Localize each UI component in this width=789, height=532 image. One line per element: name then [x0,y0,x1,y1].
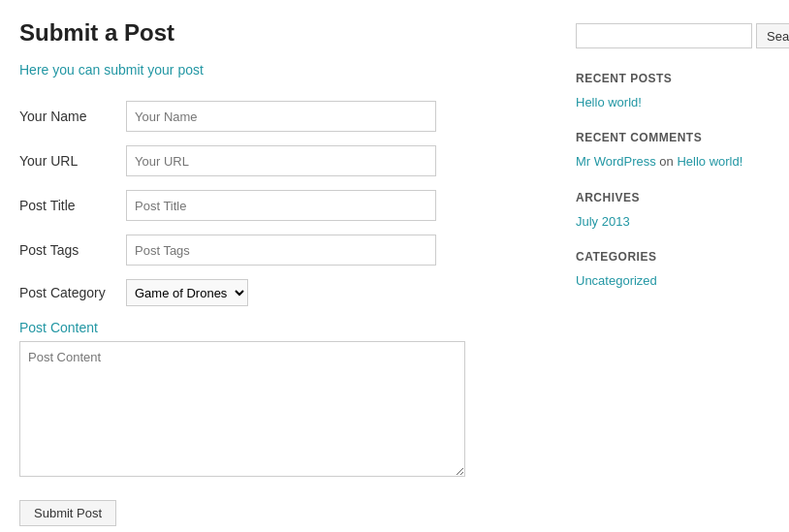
comment-post-link[interactable]: Hello world! [677,154,742,169]
title-label: Post Title [19,198,126,213]
categories-section: CATEGORIES Uncategorized [576,250,770,288]
search-row: Search [576,23,770,48]
tags-input[interactable] [126,235,436,266]
content-label: Post Content [19,320,527,335]
category-label: Post Category [19,285,126,300]
recent-post-link[interactable]: Hello world! [576,95,770,110]
recent-posts-heading: RECENT POSTS [576,72,770,85]
name-row: Your Name [19,101,527,132]
category-select[interactable]: Game of Drones [126,279,248,306]
main-content: Submit a Post Here you can submit your p… [19,19,566,526]
url-label: Your URL [19,153,126,169]
name-label: Your Name [19,109,126,124]
category-row: Post Category Game of Drones [19,279,527,306]
recent-posts-section: RECENT POSTS Hello world! [576,72,770,110]
title-input[interactable] [126,190,436,221]
content-row: Post Content [19,320,527,477]
comment-connector: on [659,154,677,169]
archive-link[interactable]: July 2013 [576,214,770,229]
sidebar: Search RECENT POSTS Hello world! RECENT … [566,19,770,526]
archives-heading: ARCHIVES [576,191,770,204]
comment-author-link[interactable]: Mr WordPress [576,154,656,169]
page-title: Submit a Post [19,19,527,47]
recent-comments-heading: RECENT COMMENTS [576,131,770,144]
category-link[interactable]: Uncategorized [576,273,770,288]
url-row: Your URL [19,145,527,176]
url-input[interactable] [126,145,436,176]
content-textarea[interactable] [19,341,465,477]
search-button[interactable]: Search [756,23,789,48]
archives-section: ARCHIVES July 2013 [576,191,770,229]
categories-heading: CATEGORIES [576,250,770,264]
tags-label: Post Tags [19,242,126,258]
title-row: Post Title [19,190,527,221]
recent-comment-item: Mr WordPress on Hello world! [576,154,770,170]
recent-comments-section: RECENT COMMENTS Mr WordPress on Hello wo… [576,131,770,170]
subtitle: Here you can submit your post [19,62,527,78]
submit-button[interactable]: Submit Post [19,500,116,526]
submit-post-form: Your Name Your URL Post Title Post Tags … [19,101,527,526]
tags-row: Post Tags [19,235,527,266]
name-input[interactable] [126,101,436,132]
search-input[interactable] [576,23,752,48]
